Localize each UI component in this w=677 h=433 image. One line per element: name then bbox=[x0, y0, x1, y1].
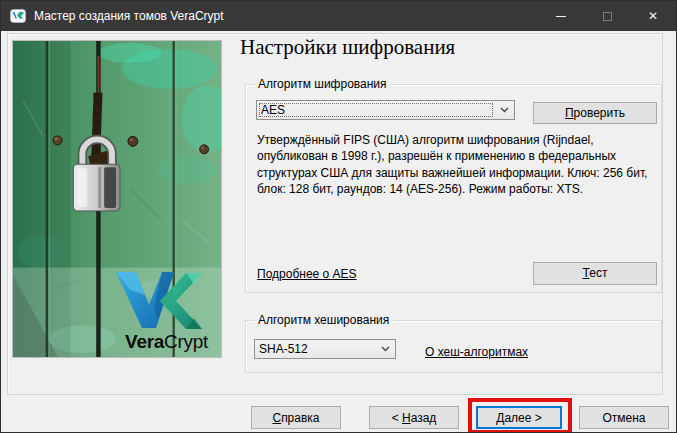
maximize-icon bbox=[584, 1, 630, 31]
help-button[interactable]: Справка bbox=[251, 406, 341, 429]
veracrypt-wizard-window: Мастер создания томов VeraCrypt ✕ bbox=[0, 0, 677, 433]
back-button[interactable]: < Назад bbox=[369, 406, 459, 429]
window-controls: ✕ bbox=[538, 1, 676, 31]
dialog-client-area: VeraCrypt Настройки шифрования Алгоритм … bbox=[1, 31, 676, 432]
check-button[interactable]: Проверить bbox=[533, 102, 657, 124]
focus-rectangle bbox=[259, 103, 493, 117]
veracrypt-wordmark: VeraCrypt bbox=[114, 331, 219, 353]
hash-algorithm-select[interactable]: SHA-512 bbox=[254, 339, 396, 359]
encryption-algorithm-select[interactable]: AES bbox=[256, 100, 515, 120]
encryption-group-label: Алгоритм шифрования bbox=[254, 77, 391, 91]
test-button[interactable]: Тест bbox=[533, 262, 657, 285]
next-button[interactable]: Далее > bbox=[476, 406, 562, 429]
more-about-aes-link[interactable]: Подробнее о AES bbox=[257, 267, 357, 281]
close-icon[interactable]: ✕ bbox=[630, 1, 676, 31]
chevron-down-icon bbox=[500, 107, 509, 113]
algorithm-description: Утверждённый FIPS (США) алгоритм шифрова… bbox=[257, 132, 661, 198]
hash-algorithm-value: SHA-512 bbox=[259, 340, 308, 358]
veracrypt-logo bbox=[116, 270, 202, 332]
chevron-down-icon bbox=[381, 346, 390, 352]
window-title: Мастер создания томов VeraCrypt bbox=[34, 1, 224, 31]
app-icon bbox=[10, 8, 26, 24]
cancel-button[interactable]: Отмена bbox=[579, 406, 669, 429]
minimize-icon[interactable] bbox=[538, 1, 584, 31]
door-photo: VeraCrypt bbox=[12, 40, 222, 358]
page-title: Настройки шифрования bbox=[240, 35, 455, 60]
hash-algorithms-link[interactable]: О хеш-алгоритмах bbox=[425, 345, 528, 359]
titlebar[interactable]: Мастер создания томов VeraCrypt ✕ bbox=[1, 1, 676, 31]
hash-group-label: Алгоритм хеширования bbox=[254, 313, 393, 327]
